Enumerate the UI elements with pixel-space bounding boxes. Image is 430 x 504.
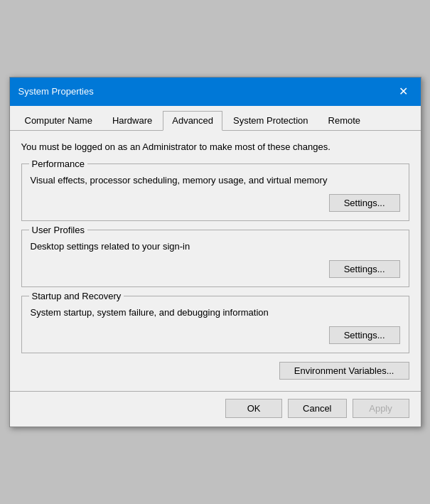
footer: OK Cancel Apply: [10, 391, 421, 427]
user-profiles-settings-button[interactable]: Settings...: [329, 260, 400, 278]
startup-recovery-description: System startup, system failure, and debu…: [31, 306, 400, 319]
performance-group: Performance Visual effects, processor sc…: [21, 163, 409, 221]
tab-advanced[interactable]: Advanced: [163, 111, 222, 131]
system-properties-dialog: System Properties ✕ Computer Name Hardwa…: [9, 77, 421, 428]
user-profiles-group: User Profiles Desktop settings related t…: [21, 230, 409, 287]
performance-settings-button[interactable]: Settings...: [329, 194, 400, 212]
tab-remote[interactable]: Remote: [319, 111, 370, 131]
admin-info-text: You must be logged on as an Administrato…: [21, 141, 409, 154]
tab-hardware[interactable]: Hardware: [103, 111, 161, 131]
ok-button[interactable]: OK: [225, 399, 282, 418]
title-bar: System Properties ✕: [10, 77, 421, 106]
environment-variables-button[interactable]: Environment Variables...: [279, 362, 409, 380]
tab-bar: Computer Name Hardware Advanced System P…: [10, 106, 421, 131]
cancel-button[interactable]: Cancel: [288, 399, 346, 418]
startup-recovery-group: Startup and Recovery System startup, sys…: [21, 296, 409, 353]
user-profiles-legend: User Profiles: [29, 225, 87, 235]
startup-recovery-legend: Startup and Recovery: [29, 291, 124, 301]
main-content: You must be logged on as an Administrato…: [10, 131, 421, 392]
apply-button[interactable]: Apply: [353, 399, 409, 418]
tab-system-protection[interactable]: System Protection: [224, 111, 318, 131]
user-profiles-description: Desktop settings related to your sign-in: [31, 240, 400, 253]
startup-recovery-settings-button[interactable]: Settings...: [329, 326, 400, 344]
performance-description: Visual effects, processor scheduling, me…: [31, 174, 400, 187]
close-button[interactable]: ✕: [395, 83, 412, 100]
window-title: System Properties: [18, 86, 94, 97]
env-variables-row: Environment Variables...: [21, 362, 409, 380]
performance-legend: Performance: [29, 159, 87, 169]
tab-computer-name[interactable]: Computer Name: [16, 111, 102, 131]
